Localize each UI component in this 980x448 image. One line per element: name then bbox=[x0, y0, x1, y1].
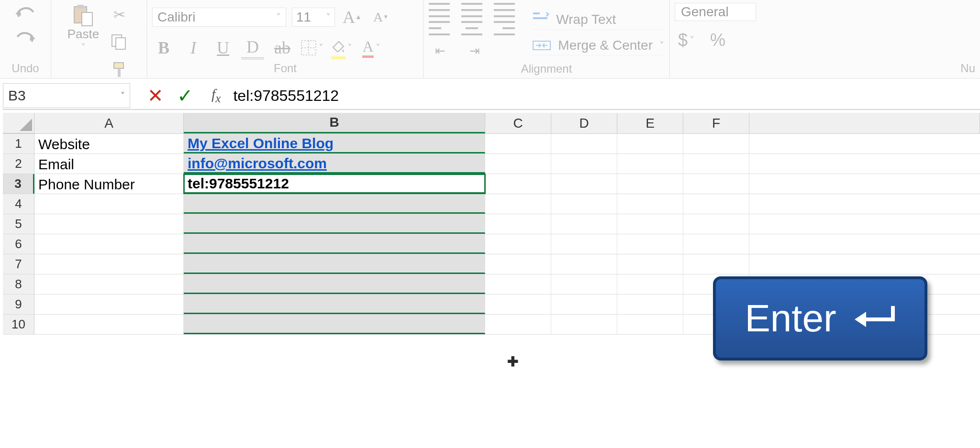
cell-B10[interactable] bbox=[184, 315, 485, 334]
cell-B9[interactable] bbox=[184, 295, 485, 314]
font-size-select[interactable]: 11 ˅ bbox=[292, 8, 335, 27]
select-all-corner[interactable] bbox=[3, 113, 34, 133]
align-center-icon[interactable] bbox=[461, 21, 482, 35]
cell-B6[interactable] bbox=[184, 234, 485, 254]
increase-font-icon[interactable]: A▲ bbox=[341, 6, 364, 29]
cell-B8[interactable] bbox=[184, 274, 485, 294]
cell-F2[interactable] bbox=[683, 154, 749, 174]
cell-A9[interactable] bbox=[34, 295, 184, 314]
copy-icon[interactable] bbox=[108, 31, 131, 54]
cell-A8[interactable] bbox=[34, 274, 184, 294]
formula-input[interactable] bbox=[221, 87, 980, 105]
fx-icon[interactable]: fx bbox=[212, 86, 221, 105]
cell-B4[interactable] bbox=[184, 194, 485, 214]
cell-B3[interactable]: tel:9785551212 bbox=[184, 174, 485, 194]
align-bottom-icon[interactable] bbox=[494, 3, 515, 17]
fill-color-button[interactable]: ˅ bbox=[330, 36, 353, 59]
italic-button[interactable]: I bbox=[182, 36, 205, 59]
row-header-3[interactable]: 3 bbox=[3, 174, 34, 194]
font-name-select[interactable]: Calibri ˅ bbox=[152, 8, 286, 27]
cell-D2[interactable] bbox=[551, 154, 617, 174]
cell-D10[interactable] bbox=[551, 315, 617, 334]
strikethrough-button[interactable]: ab bbox=[271, 36, 294, 59]
cell-A3[interactable]: Phone Number bbox=[34, 174, 184, 194]
cell-D1[interactable] bbox=[551, 134, 617, 153]
cell-C5[interactable] bbox=[485, 214, 551, 234]
row-header-10[interactable]: 10 bbox=[3, 315, 34, 334]
row-header-5[interactable]: 5 bbox=[3, 214, 34, 234]
cell-B5[interactable] bbox=[184, 214, 485, 234]
align-right-icon[interactable] bbox=[494, 21, 515, 35]
font-color-button[interactable]: A ˅ bbox=[360, 36, 383, 59]
align-top-icon[interactable] bbox=[429, 3, 450, 17]
cell-C10[interactable] bbox=[485, 315, 551, 334]
align-left-icon[interactable] bbox=[429, 21, 450, 35]
redo-icon[interactable] bbox=[14, 28, 37, 51]
cell-E6[interactable] bbox=[617, 234, 683, 254]
row-header-9[interactable]: 9 bbox=[3, 295, 34, 314]
cell-D6[interactable] bbox=[551, 234, 617, 254]
cell-E7[interactable] bbox=[617, 254, 683, 274]
cell-A1[interactable]: Website bbox=[34, 134, 184, 153]
col-header-C[interactable]: C bbox=[485, 113, 551, 133]
cell-D7[interactable] bbox=[551, 254, 617, 274]
decrease-font-icon[interactable]: A▼ bbox=[369, 6, 392, 29]
cell-A5[interactable] bbox=[34, 214, 184, 234]
row-header-8[interactable]: 8 bbox=[3, 274, 34, 294]
cell-F5[interactable] bbox=[683, 214, 749, 234]
cell-D8[interactable] bbox=[551, 274, 617, 294]
col-header-E[interactable]: E bbox=[617, 113, 683, 133]
cell-C3[interactable] bbox=[485, 174, 551, 194]
undo-icon[interactable] bbox=[14, 3, 37, 26]
cell-C4[interactable] bbox=[485, 194, 551, 214]
cancel-icon[interactable]: ✕ bbox=[147, 85, 164, 107]
col-header-A[interactable]: A bbox=[34, 113, 184, 133]
underline-button[interactable]: U bbox=[212, 36, 234, 59]
percent-button[interactable]: % bbox=[706, 29, 729, 52]
col-header-B[interactable]: B bbox=[184, 113, 485, 133]
cut-icon[interactable]: ✂ bbox=[108, 3, 131, 26]
cell-E8[interactable] bbox=[617, 274, 683, 294]
cell-E4[interactable] bbox=[617, 194, 683, 214]
name-box[interactable]: B3 ˅ bbox=[3, 83, 130, 108]
format-painter-icon[interactable] bbox=[108, 58, 131, 81]
number-format-select[interactable]: General bbox=[675, 3, 756, 21]
row-header-7[interactable]: 7 bbox=[3, 254, 34, 274]
cell-A2[interactable]: Email bbox=[34, 154, 184, 174]
cell-C1[interactable] bbox=[485, 134, 551, 153]
cell-F7[interactable] bbox=[683, 254, 749, 274]
align-middle-icon[interactable] bbox=[461, 3, 482, 17]
cell-D9[interactable] bbox=[551, 295, 617, 314]
cell-E2[interactable] bbox=[617, 154, 683, 174]
cell-E1[interactable] bbox=[617, 134, 683, 153]
enter-icon[interactable]: ✓ bbox=[177, 85, 193, 107]
bold-button[interactable]: B bbox=[152, 36, 175, 59]
cell-F3[interactable] bbox=[683, 174, 749, 194]
cell-F6[interactable] bbox=[683, 234, 749, 254]
cell-A4[interactable] bbox=[34, 194, 184, 214]
cell-A10[interactable] bbox=[34, 315, 184, 334]
row-header-6[interactable]: 6 bbox=[3, 234, 34, 254]
cell-F1[interactable] bbox=[683, 134, 749, 153]
col-header-F[interactable]: F bbox=[683, 113, 749, 133]
increase-indent-icon[interactable]: ⇥ bbox=[463, 39, 486, 62]
decrease-indent-icon[interactable]: ⇤ bbox=[429, 39, 452, 62]
cell-C8[interactable] bbox=[485, 274, 551, 294]
cell-C6[interactable] bbox=[485, 234, 551, 254]
cell-A7[interactable] bbox=[34, 254, 184, 274]
cell-B1[interactable]: My Excel Online Blog bbox=[184, 134, 485, 153]
paste-icon[interactable] bbox=[71, 3, 95, 27]
currency-button[interactable]: $ ˅ bbox=[675, 29, 698, 52]
cell-A6[interactable] bbox=[34, 234, 184, 254]
cell-B2[interactable]: info@microsoft.com bbox=[184, 154, 485, 174]
cell-E10[interactable] bbox=[617, 315, 683, 334]
cell-C9[interactable] bbox=[485, 295, 551, 314]
row-header-2[interactable]: 2 bbox=[3, 154, 34, 174]
borders-button[interactable]: ˅ bbox=[301, 36, 323, 59]
cell-E9[interactable] bbox=[617, 295, 683, 314]
row-header-1[interactable]: 1 bbox=[3, 134, 34, 153]
cell-D3[interactable] bbox=[551, 174, 617, 194]
cell-F4[interactable] bbox=[683, 194, 749, 214]
cell-D5[interactable] bbox=[551, 214, 617, 234]
cell-B7[interactable] bbox=[184, 254, 485, 274]
